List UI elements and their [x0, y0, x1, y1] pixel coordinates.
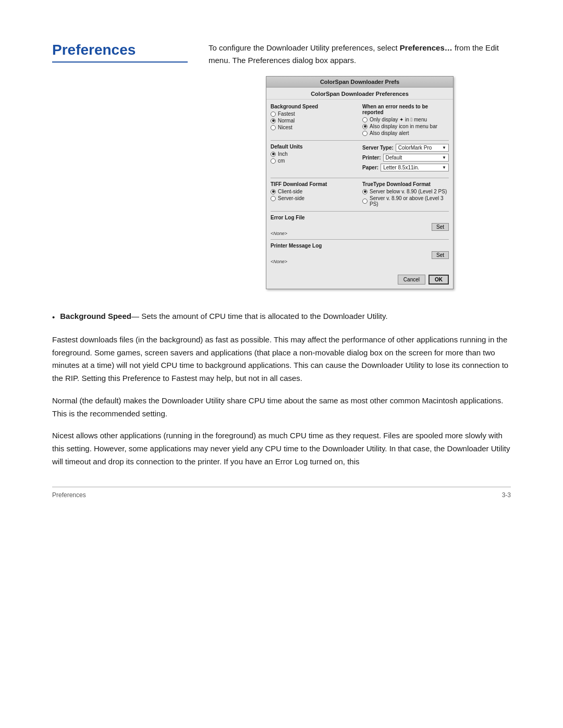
truetype-format-group: Server below v. 8.90 (Level 2 PS) Server…	[362, 189, 449, 207]
truetype-above-radio[interactable]	[362, 199, 368, 204]
printer-label: Printer:	[362, 155, 381, 161]
error-display-menu[interactable]: Only display ✦ in  menu	[362, 117, 449, 122]
error-display-icon[interactable]: Also display icon in menu bar	[362, 124, 449, 129]
preferences-dialog: ColorSpan Downloader Prefs ColorSpan Dow…	[266, 76, 454, 289]
tiff-format-label: TIFF Download Format	[271, 181, 357, 187]
server-type-row: Server Type: ColorMark Pro ▼	[362, 144, 449, 152]
speed-normal-radio[interactable]	[271, 118, 276, 124]
error-icon-radio[interactable]	[362, 124, 368, 129]
paragraph-normal: Normal (the default) makes the Downloade…	[52, 394, 511, 421]
dialog-title-bar: ColorSpan Downloader Prefs	[266, 77, 453, 88]
printer-log-label: Printer Message Log	[271, 243, 449, 249]
bullet-text: Background Speed— Sets the amount of CPU…	[60, 310, 511, 324]
printer-arrow: ▼	[442, 155, 446, 160]
error-alert-radio[interactable]	[362, 131, 368, 136]
error-display-alert[interactable]: Also display alert	[362, 130, 449, 136]
paragraph-fastest: Fastest downloads files (in the backgrou…	[52, 334, 511, 385]
printer-log-value: <None>	[271, 259, 449, 264]
dialog-subtitle: ColorSpan Downloader Preferences	[266, 88, 453, 100]
paper-select[interactable]: Letter 8.5x11in. ▼	[381, 164, 449, 171]
tiff-server-radio[interactable]	[271, 196, 276, 201]
printer-log-section: Printer Message Log Set <None>	[271, 243, 449, 264]
ok-button[interactable]: OK	[429, 275, 449, 285]
error-reporting-label: When an error needs to be reported	[362, 104, 449, 115]
unit-cm-radio[interactable]	[271, 158, 276, 164]
page-footer: Preferences 3-3	[52, 487, 511, 499]
dialog-container: ColorSpan Downloader Prefs ColorSpan Dow…	[209, 76, 511, 289]
unit-cm[interactable]: cm	[271, 158, 357, 164]
tiff-client[interactable]: Client-side	[271, 189, 357, 194]
server-type-select[interactable]: ColorMark Pro ▼	[396, 144, 449, 152]
truetype-below[interactable]: Server below v. 8.90 (Level 2 PS)	[362, 189, 449, 194]
paper-label: Paper:	[362, 165, 378, 170]
background-speed-label: Background Speed	[271, 104, 357, 109]
paragraph-nicest: Nicest allows other applications (runnin…	[52, 429, 511, 468]
footer-left: Preferences	[52, 491, 86, 499]
cancel-button[interactable]: Cancel	[398, 275, 425, 285]
error-log-value: <None>	[271, 231, 449, 236]
speed-normal[interactable]: Normal	[271, 118, 357, 124]
error-log-section: Error Log File Set <None>	[271, 215, 449, 236]
error-log-label: Error Log File	[271, 215, 449, 220]
error-reporting-group: Only display ✦ in  menu Also display ic…	[362, 117, 449, 136]
bullet-background-speed: • Background Speed— Sets the amount of C…	[52, 310, 511, 324]
truetype-below-radio[interactable]	[362, 189, 368, 194]
printer-select[interactable]: Default ▼	[383, 154, 449, 162]
paper-row: Paper: Letter 8.5x11in. ▼	[362, 164, 449, 171]
dialog-buttons: Cancel OK	[266, 272, 453, 289]
server-type-arrow: ▼	[442, 145, 446, 150]
section-title: Preferences	[52, 42, 188, 63]
intro-text: To configure the Downloader Utility pref…	[209, 42, 511, 67]
speed-nicest[interactable]: Nicest	[271, 125, 357, 130]
printer-row: Printer: Default ▼	[362, 154, 449, 162]
unit-inch-radio[interactable]	[271, 152, 276, 157]
truetype-format-label: TrueType Download Format	[362, 181, 449, 187]
truetype-above[interactable]: Server v. 8.90 or above (Level 3 PS)	[362, 195, 449, 207]
speed-nicest-radio[interactable]	[271, 125, 276, 130]
bullet-dot: •	[52, 311, 55, 324]
footer-right: 3-3	[502, 491, 511, 499]
error-menu-radio[interactable]	[362, 117, 368, 122]
tiff-client-radio[interactable]	[271, 189, 276, 194]
paper-arrow: ▼	[442, 165, 446, 170]
speed-fastest-radio[interactable]	[271, 112, 276, 117]
tiff-server[interactable]: Server-side	[271, 195, 357, 201]
speed-fastest[interactable]: Fastest	[271, 111, 357, 117]
background-speed-group: Fastest Normal Nicest	[271, 111, 357, 130]
server-type-label: Server Type:	[362, 145, 394, 151]
unit-inch[interactable]: Inch	[271, 151, 357, 157]
default-units-label: Default Units	[271, 144, 357, 150]
tiff-format-group: Client-side Server-side	[271, 189, 357, 201]
error-log-set-button[interactable]: Set	[432, 223, 449, 231]
printer-log-set-button[interactable]: Set	[432, 251, 449, 259]
default-units-group: Inch cm	[271, 151, 357, 164]
